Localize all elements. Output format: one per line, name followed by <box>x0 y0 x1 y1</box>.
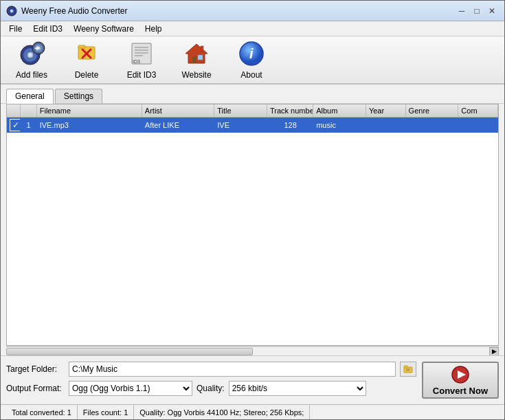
svg-rect-13 <box>78 45 85 48</box>
add-files-label: Add files <box>16 70 47 80</box>
total-converted-status: Total converted: 1 <box>6 405 78 419</box>
col-year: Year <box>366 104 406 117</box>
menu-weeny-software[interactable]: Weeny Software <box>68 23 139 35</box>
minimize-button[interactable]: ─ <box>455 4 469 18</box>
col-comment: Com <box>458 104 498 117</box>
svg-rect-24 <box>198 55 203 60</box>
add-files-button[interactable]: Add files <box>8 36 56 83</box>
tabs-area: General Settings <box>1 85 504 104</box>
title-bar: Weeny Free Audio Converter ─ □ ✕ <box>1 1 504 21</box>
row-genre <box>406 124 459 126</box>
output-format-label: Output Format: <box>6 384 65 393</box>
close-button[interactable]: ✕ <box>485 4 499 18</box>
status-bar: Total converted: 1 Files count: 1 Qualit… <box>1 404 504 419</box>
tab-settings[interactable]: Settings <box>55 89 102 103</box>
about-label: About <box>240 70 262 80</box>
files-count-status: Files count: 1 <box>78 405 134 419</box>
about-button[interactable]: i About <box>227 36 276 83</box>
edit-id3-label: Edit ID3 <box>127 70 157 80</box>
checkbox: ✓ <box>10 119 20 131</box>
row-tracknum: 128 <box>267 120 313 131</box>
window-title: Weeny Free Audio Converter <box>21 6 455 16</box>
svg-rect-23 <box>192 56 197 63</box>
edit-id3-button[interactable]: ID3 Edit ID3 <box>117 36 166 83</box>
website-label: Website <box>181 70 211 80</box>
row-filename: IVE.mp3 <box>37 120 142 131</box>
target-folder-label: Target Folder: <box>6 364 65 374</box>
menu-file[interactable]: File <box>3 23 27 35</box>
svg-point-6 <box>30 54 32 56</box>
menu-help[interactable]: Help <box>139 23 168 35</box>
col-check <box>7 104 21 117</box>
convert-icon <box>451 365 470 384</box>
quality-label: Quality: <box>197 384 225 393</box>
tabs: General Settings <box>6 89 499 103</box>
folder-browse-button[interactable] <box>400 362 416 377</box>
svg-text:ID3: ID3 <box>133 59 140 64</box>
row-album: music <box>313 120 366 131</box>
row-year <box>366 124 406 126</box>
col-album: Album <box>313 104 366 117</box>
svg-rect-11 <box>35 48 39 49</box>
file-list-header: Filename Artist Title Track number Album… <box>7 104 498 118</box>
output-format-select[interactable]: Ogg (Ogg Vorbis 1.1) <box>69 381 192 396</box>
svg-rect-29 <box>404 366 407 368</box>
tab-general[interactable]: General <box>6 89 54 104</box>
output-format-row: Output Format: Ogg (Ogg Vorbis 1.1) Qual… <box>6 381 416 396</box>
main-window: Weeny Free Audio Converter ─ □ ✕ File Ed… <box>0 0 505 420</box>
maximize-button[interactable]: □ <box>470 4 484 18</box>
col-genre: Genre <box>406 104 459 117</box>
svg-rect-25 <box>201 46 203 52</box>
convert-button[interactable]: Convert Now <box>422 362 499 399</box>
delete-button[interactable]: Delete <box>63 36 111 83</box>
toolbar: Add files Delete <box>1 36 504 85</box>
convert-button-label: Convert Now <box>433 386 488 396</box>
svg-point-2 <box>11 10 12 12</box>
edit-id3-icon: ID3 <box>128 40 155 67</box>
target-folder-input[interactable] <box>69 362 396 377</box>
row-title: IVE <box>214 120 267 131</box>
target-folder-row: Target Folder: <box>6 362 416 377</box>
col-artist: Artist <box>142 104 214 117</box>
file-list-panel: Filename Artist Title Track number Album… <box>6 104 499 346</box>
info-icon: i <box>238 40 265 67</box>
table-row[interactable]: ✓ 1 IVE.mp3 After LIKE IVE 128 music <box>7 118 498 133</box>
website-button[interactable]: Website <box>172 36 221 83</box>
svg-text:i: i <box>249 46 254 61</box>
row-check: ✓ <box>7 118 20 133</box>
horizontal-scrollbar[interactable]: ▶ <box>6 346 499 355</box>
menu-bar: File Edit ID3 Weeny Software Help <box>1 21 504 36</box>
main-content: General Settings Filename Artist Title T… <box>1 85 504 404</box>
row-artist: After LIKE <box>142 120 214 131</box>
col-num <box>21 104 37 117</box>
col-tracknum: Track number <box>267 104 313 117</box>
row-comment <box>458 124 498 126</box>
window-controls: ─ □ ✕ <box>455 4 499 18</box>
quality-select[interactable]: 256 kbit/s <box>229 381 366 396</box>
col-title: Title <box>214 104 267 117</box>
add-files-icon <box>18 40 45 67</box>
bottom-controls: Target Folder: Out <box>1 355 504 404</box>
quality-status: Quality: Ogg Vorbis 44100 Hz; Stereo; 25… <box>134 405 310 419</box>
app-icon <box>6 5 17 16</box>
row-num: 1 <box>20 120 36 131</box>
delete-icon <box>73 40 100 67</box>
col-filename: Filename <box>37 104 142 117</box>
menu-edit-id3[interactable]: Edit ID3 <box>27 23 68 35</box>
house-icon <box>183 40 210 67</box>
delete-label: Delete <box>75 70 99 80</box>
